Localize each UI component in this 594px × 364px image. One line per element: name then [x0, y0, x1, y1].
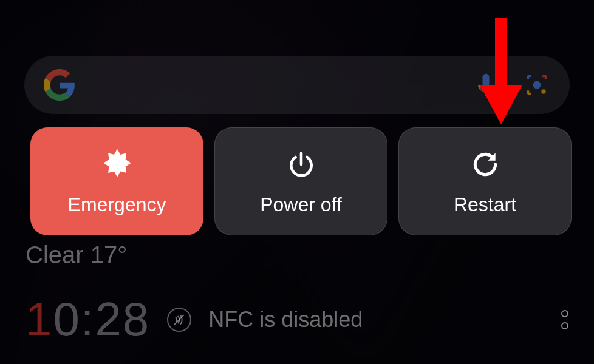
emergency-label: Emergency — [68, 194, 166, 216]
svg-point-0 — [533, 81, 541, 89]
power-menu: Emergency Power off Restart — [30, 127, 572, 235]
restart-label: Restart — [454, 194, 516, 216]
bottom-row: 10:28 NFC is disabled — [26, 292, 568, 347]
weather-text: Clear 17° — [26, 241, 127, 269]
nfc-disabled-icon — [167, 308, 191, 332]
google-logo-icon — [44, 69, 75, 101]
google-lens-icon[interactable] — [524, 72, 550, 98]
power-off-button[interactable]: Power off — [214, 127, 387, 235]
power-icon — [284, 147, 318, 181]
power-off-label: Power off — [260, 194, 342, 216]
google-search-bar[interactable] — [24, 56, 570, 114]
emergency-button[interactable]: Emergency — [30, 127, 203, 235]
clock-accent-digit: 1 — [26, 292, 53, 346]
restart-icon — [468, 147, 502, 181]
emergency-icon — [100, 147, 134, 181]
clock-widget[interactable]: 10:28 — [26, 292, 150, 347]
clock-rest: 0:28 — [53, 292, 150, 346]
restart-button[interactable]: Restart — [398, 127, 572, 235]
svg-point-1 — [541, 89, 545, 93]
voice-search-icon[interactable] — [473, 72, 499, 98]
more-options-icon[interactable] — [561, 310, 568, 329]
nfc-status-text: NFC is disabled — [208, 307, 363, 332]
